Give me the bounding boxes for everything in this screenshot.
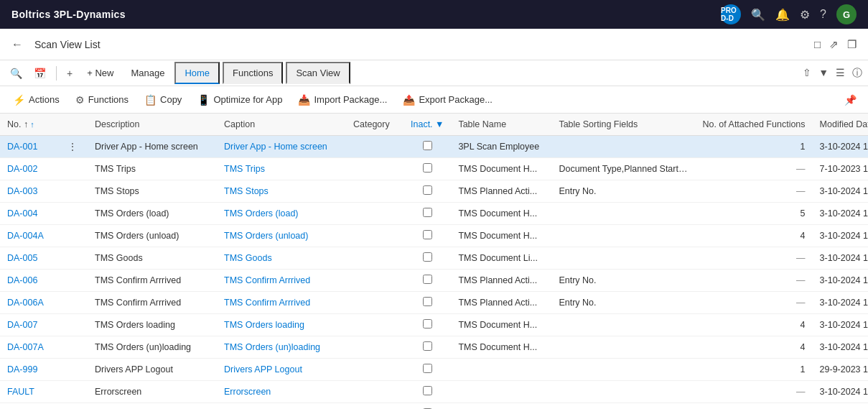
cell-no[interactable]: LOGIN <box>0 403 57 410</box>
col-no[interactable]: No. ↑ <box>0 114 57 136</box>
tab-scan-view[interactable]: Scan View <box>286 62 350 84</box>
tab-new[interactable]: + New <box>80 64 121 82</box>
inactive-checkbox[interactable] <box>423 275 432 284</box>
cell-caption[interactable]: TMS Orders (load) <box>217 203 346 225</box>
cell-caption[interactable]: TMS Orders (un)loading <box>217 336 346 359</box>
tab-functions[interactable]: Functions <box>223 62 283 84</box>
cell-no[interactable]: DA-004 <box>0 203 57 225</box>
table-row[interactable]: DA-007A⋮TMS Orders (un)loadingTMS Orders… <box>0 336 868 359</box>
filter-icon[interactable]: ▼ <box>818 67 829 80</box>
user-avatar[interactable]: G <box>836 4 857 24</box>
cell-no[interactable]: DA-004A <box>0 225 57 247</box>
fullscreen-icon[interactable]: ❐ <box>847 38 857 51</box>
col-inactive[interactable]: Inact. ▼ <box>403 114 451 136</box>
pin-icon[interactable]: 📌 <box>839 91 862 109</box>
inactive-checkbox[interactable] <box>423 386 432 395</box>
actions-button[interactable]: ⚡ Actions <box>6 91 67 109</box>
inactive-checkbox[interactable] <box>423 163 432 173</box>
cell-sorting-fields <box>551 225 695 247</box>
cell-caption[interactable]: Login <box>217 403 346 410</box>
window-icon[interactable]: □ <box>814 38 821 51</box>
cell-inactive <box>403 381 451 403</box>
table-row[interactable]: DA-001⋮Driver App - Home screenDriver Ap… <box>0 136 868 158</box>
cell-no[interactable]: FAULT <box>0 381 57 403</box>
cell-no[interactable]: DA-005 <box>0 247 57 270</box>
cell-caption[interactable]: TMS Stops <box>217 180 346 203</box>
row-menu-button[interactable]: ⋮ <box>65 141 80 152</box>
optimize-button[interactable]: 📱 Optimize for App <box>190 91 289 109</box>
gear-icon-btn[interactable]: ⚙ <box>800 8 810 22</box>
import-button[interactable]: 📥 Import Package... <box>291 91 394 109</box>
table-row[interactable]: DA-006⋮TMS Confirm ArrrivedTMS Confirm A… <box>0 270 868 292</box>
cell-caption[interactable]: TMS Confirm Arrrived <box>217 270 346 292</box>
cell-no[interactable]: DA-999 <box>0 359 57 381</box>
table-row[interactable]: DA-005⋮TMS GoodsTMS GoodsTMS Document Li… <box>0 247 868 270</box>
copy-button[interactable]: 📋 Copy <box>137 91 189 109</box>
cell-inactive <box>403 270 451 292</box>
tab-manage[interactable]: Manage <box>123 64 172 82</box>
cell-no[interactable]: DA-006A <box>0 292 57 314</box>
cell-description: TMS Stops <box>88 180 217 203</box>
cell-no[interactable]: DA-007 <box>0 314 57 336</box>
inactive-checkbox[interactable] <box>423 141 432 150</box>
cell-category <box>346 158 403 180</box>
col-modified[interactable]: Modified Date/Time <box>813 114 868 136</box>
new-icon[interactable]: + <box>62 65 77 82</box>
expand-icon[interactable]: ⇗ <box>829 38 839 51</box>
cell-modified: 3-10-2024 11:40 <box>813 203 868 225</box>
table-row[interactable]: DA-007⋮TMS Orders loadingTMS Orders load… <box>0 314 868 336</box>
cell-attached: — <box>695 180 812 203</box>
col-sorting[interactable]: Table Sorting Fields <box>551 114 695 136</box>
inactive-checkbox[interactable] <box>423 208 432 217</box>
inactive-checkbox[interactable] <box>423 364 432 373</box>
table-row[interactable]: DA-004⋮TMS Orders (load)TMS Orders (load… <box>0 203 868 225</box>
cell-caption[interactable]: TMS Goods <box>217 247 346 270</box>
tab-home[interactable]: Home <box>174 62 220 84</box>
cell-caption[interactable]: TMS Orders (unload) <box>217 225 346 247</box>
help-icon-btn[interactable]: ? <box>820 8 826 21</box>
cell-no[interactable]: DA-001 <box>0 136 57 158</box>
col-attached[interactable]: No. of Attached Functions <box>695 114 812 136</box>
col-table-name[interactable]: Table Name <box>451 114 551 136</box>
cell-no[interactable]: DA-007A <box>0 336 57 359</box>
cell-caption[interactable]: TMS Confirm Arrrived <box>217 292 346 314</box>
table-row[interactable]: FAULT⋮ErrorscreenErrorscreen—3-10-2024 1… <box>0 381 868 403</box>
calendar-icon[interactable]: 📅 <box>29 65 50 82</box>
col-description[interactable]: Description <box>88 114 217 136</box>
bell-icon-btn[interactable]: 🔔 <box>775 8 790 22</box>
info-icon[interactable]: ⓘ <box>852 67 862 80</box>
inactive-checkbox[interactable] <box>423 319 432 328</box>
col-caption[interactable]: Caption <box>217 114 346 136</box>
search-icon-btn[interactable]: 🔍 <box>751 8 765 22</box>
table-row[interactable]: DA-006A⋮TMS Confirm ArrrivedTMS Confirm … <box>0 292 868 314</box>
cell-table-name: TMS Planned Acti... <box>451 292 551 314</box>
cell-caption[interactable]: Errorscreen <box>217 381 346 403</box>
cell-table-name: TMS Document H... <box>451 314 551 336</box>
export-button[interactable]: 📤 Export Package... <box>396 91 500 109</box>
search-icon[interactable]: 🔍 <box>6 65 27 82</box>
cell-category <box>346 359 403 381</box>
share-icon[interactable]: ⇧ <box>803 67 811 80</box>
table-row[interactable]: DA-002⋮TMS TripsTMS TripsTMS Document H.… <box>0 158 868 180</box>
table-row[interactable]: DA-003⋮TMS StopsTMS StopsTMS Planned Act… <box>0 180 868 203</box>
inactive-checkbox[interactable] <box>423 185 432 195</box>
cell-caption[interactable]: TMS Trips <box>217 158 346 180</box>
import-label: Import Package... <box>314 94 387 105</box>
cell-caption[interactable]: TMS Orders loading <box>217 314 346 336</box>
col-category[interactable]: Category <box>346 114 403 136</box>
inactive-checkbox[interactable] <box>423 252 432 262</box>
cell-caption[interactable]: Drivers APP Logout <box>217 359 346 381</box>
cell-caption[interactable]: Driver App - Home screen <box>217 136 346 158</box>
cell-no[interactable]: DA-006 <box>0 270 57 292</box>
cell-no[interactable]: DA-002 <box>0 158 57 180</box>
columns-icon[interactable]: ☰ <box>836 67 845 80</box>
functions-button[interactable]: ⚙ Functions <box>68 91 136 109</box>
back-button[interactable]: ← <box>11 38 23 51</box>
table-row[interactable]: LOGIN⋮LoginLogin—3-10-2024 11:41 <box>0 403 868 410</box>
cell-no[interactable]: DA-003 <box>0 180 57 203</box>
table-row[interactable]: DA-004A⋮TMS Orders (unload)TMS Orders (u… <box>0 225 868 247</box>
inactive-checkbox[interactable] <box>423 230 432 239</box>
table-row[interactable]: DA-999⋮Drivers APP LogoutDrivers APP Log… <box>0 359 868 381</box>
inactive-checkbox[interactable] <box>423 341 432 351</box>
inactive-checkbox[interactable] <box>423 297 432 306</box>
